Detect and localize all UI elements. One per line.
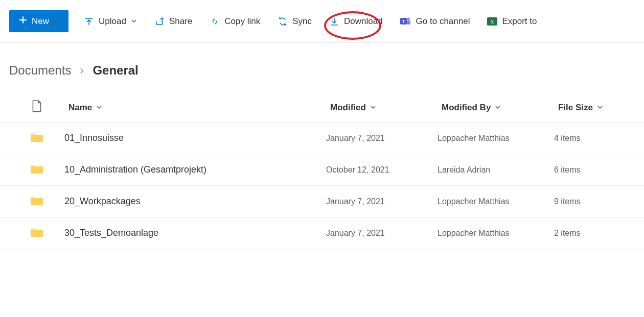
download-label: Download [344,16,383,27]
new-button[interactable]: New [9,10,68,32]
folder-icon [30,163,43,177]
sync-label: Sync [292,16,312,27]
chevron-right-icon [78,63,85,78]
column-name-label: Name [68,103,92,113]
row-modified-by: Lareida Adrian [438,165,554,175]
svg-text:T: T [402,19,405,24]
row-modified: October 12, 2021 [326,165,438,175]
copy-link-button[interactable]: Copy link [208,13,262,30]
column-file-size[interactable]: File Size [554,103,635,113]
file-table: Name Modified Modified By File Size 01_I… [0,93,644,249]
folder-icon [30,131,43,145]
row-modified: January 7, 2021 [326,134,438,143]
table-row[interactable]: 20_WorkpackagesJanuary 7, 2021Loppacher … [0,186,644,217]
share-label: Share [169,16,192,27]
row-name[interactable]: 30_Tests_Demoanlage [64,228,326,238]
chevron-down-icon [131,16,137,27]
link-icon [210,16,220,27]
upload-button[interactable]: Upload [82,13,139,30]
share-icon [154,16,165,27]
chevron-down-icon [53,16,59,27]
chevron-down-icon [96,103,102,113]
chevron-down-icon [370,103,376,113]
column-modified-by-label: Modified By [442,103,491,113]
column-modified[interactable]: Modified [326,103,438,113]
row-modified-by: Loppacher Matthias [438,229,554,238]
row-file-size: 9 items [554,197,635,206]
upload-label: Upload [99,16,126,27]
table-row[interactable]: 01_InnosuisseJanuary 7, 2021Loppacher Ma… [0,123,644,154]
table-row[interactable]: 30_Tests_DemoanlageJanuary 7, 2021Loppac… [0,217,644,249]
download-button[interactable]: Download [327,13,385,30]
column-modified-label: Modified [330,103,366,113]
go-to-channel-button[interactable]: T Go to channel [398,13,472,30]
plus-icon [18,15,28,27]
sync-icon [278,16,288,27]
svg-text:X: X [491,19,495,25]
copy-link-label: Copy link [224,16,260,27]
share-button[interactable]: Share [152,13,194,30]
row-modified-by: Loppacher Matthias [438,197,554,206]
row-file-size: 6 items [554,165,635,175]
row-name[interactable]: 20_Workpackages [64,196,326,207]
svg-rect-2 [407,20,410,25]
download-icon [329,16,339,27]
toolbar: New Upload Share Copy link Sync [0,0,644,43]
table-header: Name Modified Modified By File Size [0,93,644,123]
table-row[interactable]: 10_Administration (Gesamtprojekt)October… [0,154,644,186]
chevron-down-icon [495,103,501,113]
breadcrumb: Documents General [0,43,644,93]
column-type[interactable] [9,100,64,115]
folder-icon [30,226,43,240]
column-modified-by[interactable]: Modified By [438,103,554,113]
upload-icon [84,16,94,27]
row-file-size: 2 items [554,229,635,238]
breadcrumb-current: General [93,63,138,78]
sync-button[interactable]: Sync [275,13,314,30]
export-button[interactable]: X Export to [485,13,539,30]
new-button-label: New [32,16,49,27]
column-file-size-label: File Size [558,103,593,113]
breadcrumb-root[interactable]: Documents [9,63,71,78]
column-name[interactable]: Name [64,103,326,113]
file-icon [31,100,42,115]
channel-label: Go to channel [416,16,470,27]
row-file-size: 4 items [554,134,635,143]
folder-icon [30,194,43,208]
export-label: Export to [502,16,537,27]
svg-point-1 [407,17,409,20]
row-name[interactable]: 01_Innosuisse [64,133,326,143]
row-modified: January 7, 2021 [326,229,438,238]
row-modified-by: Loppacher Matthias [438,134,554,143]
chevron-down-icon [597,103,603,113]
teams-icon: T [400,16,411,27]
row-name[interactable]: 10_Administration (Gesamtprojekt) [64,164,326,175]
excel-icon: X [487,16,497,27]
row-modified: January 7, 2021 [326,197,438,206]
